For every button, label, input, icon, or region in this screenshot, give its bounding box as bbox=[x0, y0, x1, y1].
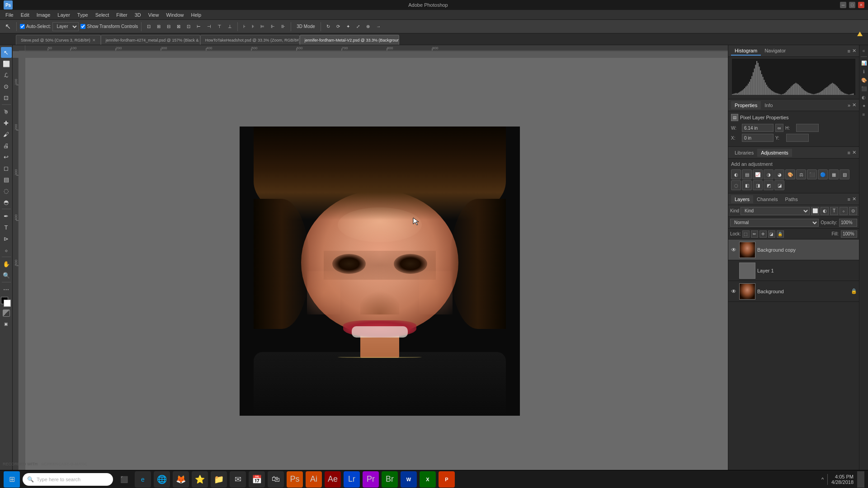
path-select-tool[interactable]: ⊳ bbox=[1, 233, 12, 244]
align-top-left[interactable]: ⊡ bbox=[145, 23, 153, 30]
width-input[interactable] bbox=[742, 124, 774, 132]
align-top-right[interactable]: ⊟ bbox=[165, 23, 173, 30]
adj-bw[interactable]: ⬛ bbox=[807, 169, 817, 179]
y-input[interactable] bbox=[786, 134, 809, 142]
layer-item-1[interactable]: 👁 Layer 1 bbox=[728, 260, 859, 281]
layer-visibility-1[interactable]: 👁 bbox=[730, 267, 737, 274]
quick-mask-mode[interactable] bbox=[1, 308, 11, 318]
panel-close[interactable]: ✕ bbox=[852, 48, 856, 54]
taskbar-chrome[interactable]: 🌐 bbox=[154, 471, 170, 488]
navigator-tab[interactable]: Navigator bbox=[761, 47, 789, 56]
minimize-button[interactable]: ─ bbox=[840, 2, 846, 8]
screen-mode[interactable]: ▣ bbox=[1, 319, 12, 329]
task-view-btn[interactable]: ⬛ bbox=[116, 471, 132, 488]
tab-jennifer1[interactable]: jennifer-fordham-4274_metal.psd @ 157% (… bbox=[101, 35, 200, 45]
kind-dropdown[interactable]: Kind Name Effect bbox=[741, 207, 810, 215]
taskbar-app4[interactable]: Lr bbox=[344, 471, 360, 488]
zoom-tool[interactable]: 🔍 bbox=[1, 270, 12, 281]
eraser-tool[interactable]: ◻ bbox=[1, 163, 12, 174]
zoom-3d-btn[interactable]: ⊕ bbox=[364, 23, 372, 30]
show-desktop-btn[interactable] bbox=[857, 471, 864, 488]
adj-colorlookup[interactable]: ▧ bbox=[840, 169, 849, 179]
taskbar-hidden-icons[interactable]: ^ bbox=[821, 477, 824, 482]
rotate-3d-btn[interactable]: ↻ bbox=[324, 23, 332, 30]
x-input[interactable] bbox=[742, 134, 774, 142]
adj-selective-color[interactable]: ◪ bbox=[774, 180, 784, 190]
layer-item-bg-copy[interactable]: 👁 Background copy bbox=[728, 239, 859, 260]
clone-tool[interactable]: 🖨 bbox=[1, 140, 12, 151]
taskbar-excel[interactable]: X bbox=[420, 471, 436, 488]
dodge-tool[interactable]: ◓ bbox=[1, 197, 12, 207]
align-bottom-left[interactable]: ⊣ bbox=[205, 23, 213, 30]
panel-options[interactable]: ≡ bbox=[848, 48, 850, 54]
menu-edit[interactable]: Edit bbox=[17, 11, 33, 19]
crop-tool[interactable]: ⊡ bbox=[1, 92, 12, 103]
lasso-tool[interactable]: ℒ bbox=[1, 70, 12, 80]
layer-item-background[interactable]: 👁 Background 🔒 bbox=[728, 281, 859, 302]
taskbar-app3[interactable]: Ae bbox=[325, 471, 341, 488]
fill-input[interactable] bbox=[841, 230, 857, 238]
tab-jennifer2[interactable]: jennifer-fordham-Metal-V2.psd @ 33.3% (B… bbox=[300, 35, 399, 45]
adj-invert[interactable]: ◌ bbox=[731, 180, 741, 190]
lock-image[interactable]: ✏ bbox=[751, 230, 758, 238]
align-bottom-center[interactable]: ⊤ bbox=[215, 23, 224, 30]
distribute5-btn[interactable]: ⊪ bbox=[279, 23, 288, 30]
search-bar[interactable]: 🔍 Type here to search bbox=[23, 473, 113, 486]
align-middle-left[interactable]: ⊠ bbox=[175, 23, 183, 30]
more-tools[interactable]: ⋯ bbox=[1, 284, 12, 295]
taskbar-explorer[interactable]: 📁 bbox=[211, 471, 227, 488]
adj-levels[interactable]: ▤ bbox=[742, 169, 752, 179]
blend-mode-dropdown[interactable]: Normal Multiply Screen Overlay Soft Ligh… bbox=[730, 219, 819, 227]
swatches-icon[interactable]: ⬛ bbox=[860, 85, 868, 92]
marquee-tool[interactable]: ⬜ bbox=[1, 58, 12, 69]
info-icon[interactable]: ℹ bbox=[860, 68, 868, 75]
menu-view[interactable]: View bbox=[145, 11, 163, 19]
adj-photofilter[interactable]: 🔵 bbox=[818, 169, 828, 179]
adj-brightness[interactable]: ◐ bbox=[731, 169, 741, 179]
blur-tool[interactable]: ◌ bbox=[1, 185, 12, 196]
layers-icon[interactable]: ≡ bbox=[860, 111, 868, 118]
styles-icon[interactable]: ✦ bbox=[860, 102, 868, 109]
taskbar-calendar[interactable]: 📅 bbox=[249, 471, 265, 488]
adj-curves[interactable]: 📈 bbox=[753, 169, 763, 179]
type-tool[interactable]: T bbox=[1, 222, 12, 233]
brush-tool[interactable]: 🖌 bbox=[1, 129, 12, 140]
lock-position[interactable]: ✛ bbox=[760, 230, 767, 238]
lock-artboard[interactable]: ◪ bbox=[768, 230, 775, 238]
color-swatches[interactable] bbox=[1, 297, 12, 308]
quick-select-tool[interactable]: ⊙ bbox=[1, 81, 12, 92]
align-middle-center[interactable]: ⊡ bbox=[184, 23, 193, 30]
filter-shape[interactable]: ⬦ bbox=[840, 207, 848, 215]
taskbar-app1[interactable]: Ps bbox=[287, 471, 303, 488]
adj-channelmixer[interactable]: ▦ bbox=[829, 169, 839, 179]
distribute3-btn[interactable]: ⊨ bbox=[258, 23, 267, 30]
canvas-viewport[interactable] bbox=[25, 58, 728, 484]
layer-visibility-bg[interactable]: 👁 bbox=[730, 288, 737, 295]
background-color[interactable] bbox=[4, 300, 11, 307]
adj-icon-right[interactable]: ◐ bbox=[860, 94, 868, 101]
menu-filter[interactable]: Filter bbox=[113, 11, 131, 19]
shape-tool[interactable]: ⬦ bbox=[1, 244, 12, 255]
gradient-tool[interactable]: ▤ bbox=[1, 174, 12, 185]
move-tool[interactable]: ↖ bbox=[1, 47, 12, 58]
menu-help[interactable]: Help bbox=[188, 11, 205, 19]
maximize-button[interactable]: □ bbox=[849, 2, 855, 8]
adjustments-tab[interactable]: Adjustments bbox=[757, 149, 792, 157]
pen-tool[interactable]: ✒ bbox=[1, 211, 12, 221]
lock-transparent[interactable]: ⬚ bbox=[742, 230, 750, 238]
adj-gradient-map[interactable]: ◩ bbox=[764, 180, 774, 190]
libraries-tab[interactable]: Libraries bbox=[731, 149, 757, 157]
align-middle-right[interactable]: ⊢ bbox=[194, 23, 203, 30]
adj-posterize[interactable]: ◧ bbox=[742, 180, 752, 190]
layer-visibility-bg-copy[interactable]: 👁 bbox=[730, 246, 737, 253]
taskbar-store[interactable]: 🛍 bbox=[268, 471, 284, 488]
taskbar-favorites[interactable]: ⭐ bbox=[192, 471, 208, 488]
channels-tab[interactable]: Channels bbox=[753, 195, 781, 203]
menu-layer[interactable]: Layer bbox=[54, 11, 74, 19]
menu-3d[interactable]: 3D bbox=[131, 11, 145, 19]
tab-steve[interactable]: Steve.psd @ 50% (Curves 3, RGB/8#) ✕ bbox=[16, 35, 101, 45]
distribute-btn[interactable]: ⊦ bbox=[241, 23, 248, 30]
histogram-tab[interactable]: Histogram bbox=[731, 47, 761, 56]
link-icon[interactable]: ∞ bbox=[775, 124, 783, 132]
auto-select-dropdown[interactable]: Layer Group bbox=[52, 22, 79, 31]
